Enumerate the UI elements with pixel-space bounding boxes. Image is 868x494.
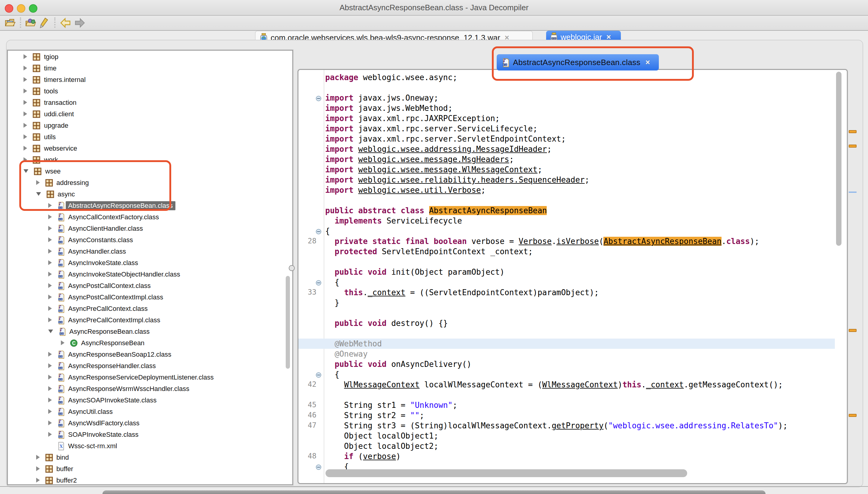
fold-collapse-icon[interactable] (316, 229, 321, 234)
tree-item[interactable]: tgiop (23, 51, 61, 62)
chevron-right-icon[interactable] (48, 352, 52, 357)
tree-item-label[interactable]: uddi.client (42, 109, 76, 118)
occurrence-marker[interactable] (849, 414, 856, 417)
chevron-right-icon[interactable] (48, 226, 52, 231)
tree-item[interactable]: uddi.client (23, 108, 76, 119)
tree-item[interactable]: 010AsyncResponseBean.class (48, 326, 152, 337)
tree-item-label[interactable]: AsyncInvokeStateObjectHandler.class (66, 270, 183, 279)
tree-item-label[interactable]: AsyncPreCallContext.class (66, 304, 150, 313)
tree-item-label[interactable]: AsyncPreCallContextImpl.class (66, 316, 163, 324)
code-line[interactable]: @Oneway (298, 349, 847, 359)
code-line[interactable] (298, 195, 847, 205)
tree-item[interactable]: 010AsyncResponseBeanSoap12.class (48, 348, 173, 360)
tree-item[interactable]: buffer2 (36, 474, 79, 485)
editor-vertical-scrollbar[interactable] (836, 72, 842, 246)
fold-collapse-icon[interactable] (316, 96, 321, 101)
tree-item[interactable]: timers.internal (23, 74, 88, 85)
tree-item[interactable]: 010AsyncWsdlFactory.class (48, 417, 142, 429)
tree-item[interactable]: bind (36, 452, 71, 463)
chevron-right-icon[interactable] (48, 249, 52, 254)
tree-item[interactable]: 010AsyncInvokeState.class (48, 257, 141, 268)
chevron-right-icon[interactable] (48, 306, 52, 311)
fold-collapse-icon[interactable] (316, 280, 321, 286)
tree-item-label[interactable]: AsyncCallContextFactory.class (66, 212, 162, 222)
code-line[interactable]: public void destroy() {} (298, 318, 847, 328)
tree-item-label[interactable]: AsyncPostCallContext.class (66, 281, 153, 290)
chevron-right-icon[interactable] (48, 420, 52, 425)
chevron-right-icon[interactable] (23, 77, 27, 82)
code-line[interactable]: protected ServletEndpointContext _contex… (298, 246, 847, 256)
tree-item-label[interactable]: Wssc-sct-rm.xml (66, 441, 119, 450)
tree-item-label[interactable]: AsyncWsdlFactory.class (66, 418, 142, 428)
code-line[interactable]: 42 WlMessageContext localWlMessageContex… (298, 380, 847, 390)
tree-item-label[interactable]: tools (42, 87, 60, 95)
code-line[interactable] (298, 256, 847, 267)
chevron-right-icon[interactable] (48, 409, 52, 414)
code-area[interactable]: package weblogic.wsee.async;import javax… (298, 70, 847, 483)
tree-item[interactable]: CAsyncResponseBean (60, 337, 147, 348)
chevron-right-icon[interactable] (48, 432, 52, 437)
code-line[interactable]: import javax.xml.rpc.server.ServletEndpo… (298, 134, 847, 144)
code-line[interactable]: 46 String str2 = ""; (298, 410, 847, 420)
tree-item[interactable]: 010AsyncPreCallContextImpl.class (48, 314, 163, 326)
tree-item-label[interactable]: AsyncHandler.class (66, 247, 128, 256)
open-type-icon[interactable] (25, 17, 37, 29)
tree-item-label[interactable]: AsyncResponseBean.class (67, 327, 152, 336)
tree-item-label[interactable]: buffer2 (54, 476, 79, 484)
cursor-line-marker[interactable] (849, 192, 856, 193)
code-line[interactable]: import javax.xml.rpc.server.ServiceLifec… (298, 124, 847, 134)
tree-item[interactable]: 010AsyncClientHandler.class (48, 223, 145, 234)
code-line[interactable]: 33 this._context = ((ServletEndpointCont… (298, 287, 847, 298)
chevron-right-icon[interactable] (48, 260, 52, 265)
tree-item-label[interactable]: AsyncPostCallContextImpl.class (66, 292, 165, 302)
tree-item[interactable]: 010AsyncPreCallContext.class (48, 303, 150, 314)
chevron-down-icon[interactable] (48, 329, 53, 333)
tree-item[interactable]: transaction (23, 97, 79, 108)
code-line-highlighted[interactable]: @WebMethod (298, 339, 835, 349)
tree-item[interactable]: utils (23, 131, 58, 142)
tree-item-label[interactable]: AsyncConstants.class (66, 235, 135, 244)
tree-item-label[interactable]: upgrade (42, 121, 71, 130)
chevron-right-icon[interactable] (36, 478, 39, 482)
tree-item[interactable]: 010AsyncResponseHandler.class (48, 360, 158, 372)
tree-item[interactable]: 010AsyncInvokeStateObjectHandler.class (48, 268, 183, 280)
tree-item[interactable]: 010SOAPInvokeState.class (48, 429, 141, 440)
chevron-right-icon[interactable] (48, 318, 52, 322)
tree-item-label[interactable]: AsyncResponseBeanSoap12.class (66, 350, 173, 359)
chevron-right-icon[interactable] (48, 363, 52, 368)
tree-item-label[interactable]: AsyncSOAPInvokeState.class (66, 396, 159, 404)
chevron-right-icon[interactable] (23, 100, 27, 105)
code-line[interactable]: { (298, 277, 847, 287)
code-line[interactable]: public void init(Object paramObject) (298, 267, 847, 277)
code-line[interactable]: import javax.jws.Oneway; (298, 93, 847, 103)
tree-item-label[interactable]: SOAPInvokeState.class (66, 430, 141, 439)
code-line[interactable]: import weblogic.wsee.reliability.headers… (298, 175, 847, 185)
tree-item-label[interactable]: webservice (42, 144, 79, 153)
chevron-right-icon[interactable] (48, 294, 52, 299)
tree-scrollbar[interactable] (286, 276, 290, 369)
chevron-right-icon[interactable] (36, 466, 39, 471)
code-line[interactable]: import weblogic.wsee.util.Verbose; (298, 185, 847, 195)
chevron-right-icon[interactable] (23, 111, 27, 116)
tree-item[interactable]: tools (23, 85, 60, 97)
code-line[interactable]: { (298, 369, 847, 380)
tree-item-label[interactable]: AsyncResponseServiceDeploymentListener.c… (66, 373, 216, 382)
chevron-right-icon[interactable] (48, 214, 52, 219)
code-line[interactable] (298, 82, 847, 93)
chevron-right-icon[interactable] (48, 375, 52, 380)
code-line[interactable]: public void onAsyncDelivery() (298, 359, 847, 369)
chevron-right-icon[interactable] (23, 66, 27, 71)
code-line[interactable]: import weblogic.wsee.message.MsgHeaders; (298, 154, 847, 165)
tree-item[interactable]: 010AsyncConstants.class (48, 234, 135, 246)
chevron-right-icon[interactable] (23, 89, 27, 93)
occurrence-marker[interactable] (849, 329, 856, 332)
code-line[interactable]: import weblogic.wsee.addressing.MessageI… (298, 144, 847, 154)
tree-item[interactable]: 010AsyncPostCallContext.class (48, 280, 153, 291)
tree-item[interactable]: upgrade (23, 119, 71, 131)
tree-item-label[interactable]: bind (54, 453, 71, 462)
occurrence-marker[interactable] (849, 130, 856, 133)
chevron-right-icon[interactable] (23, 123, 27, 128)
code-line[interactable]: { (298, 226, 847, 236)
code-line[interactable]: public abstract class AbstractAsyncRespo… (298, 205, 847, 216)
code-line[interactable]: 45 String str1 = "Unknown"; (298, 400, 847, 410)
